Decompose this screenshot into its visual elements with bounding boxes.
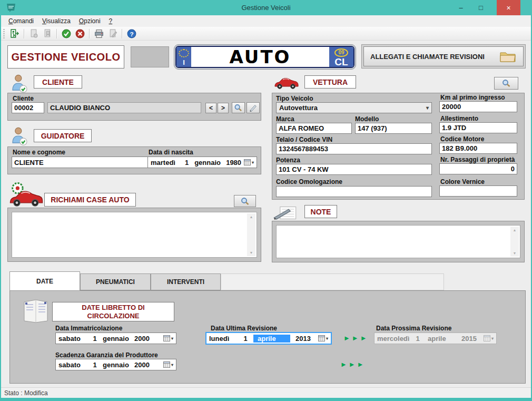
km-input[interactable] <box>439 101 517 112</box>
richiami-search-button[interactable] <box>234 195 256 207</box>
potenza-input[interactable] <box>276 164 432 175</box>
delete-record-button <box>42 28 53 40</box>
modello-input[interactable] <box>355 123 432 134</box>
scroll-up-icon[interactable]: ▲ <box>250 215 253 219</box>
confirm-icon <box>62 29 71 38</box>
colore-label: Colore Vernice <box>440 178 485 185</box>
scroll-down-icon[interactable]: ▼ <box>513 251 517 255</box>
preview-icon-disabled <box>109 29 117 38</box>
passaggi-label: Nr. Passaggi di proprietà <box>440 156 515 163</box>
immatricolazione-picker[interactable]: sabato 1 gennaio 2000 ▾ <box>55 332 176 344</box>
chevron-down-icon: ▾ <box>171 336 173 341</box>
confirm-button[interactable] <box>61 28 72 40</box>
calendar-dropdown-button[interactable]: ▾ <box>244 159 254 165</box>
cliente-next-button[interactable]: > <box>218 103 229 113</box>
modello-label: Modello <box>355 115 379 123</box>
tab-pneumatici[interactable]: PNEUMATICI <box>80 273 151 290</box>
codice-motore-input[interactable] <box>439 143 517 154</box>
omologazione-label: Codice Omologazione <box>276 178 342 185</box>
allestimento-label: Allestimento <box>440 115 478 122</box>
ultima-revisione-picker[interactable]: lunedì 1 aprile 2013 ▾ <box>205 332 332 345</box>
search-icon <box>501 79 511 87</box>
allestimento-input[interactable] <box>439 122 517 133</box>
print-button[interactable] <box>93 28 105 40</box>
vettura-car-icon <box>273 74 300 91</box>
toolbar-separator <box>89 29 90 38</box>
cliente-code-input[interactable] <box>12 102 44 113</box>
tipo-veicolo-label: Tipo Veicolo <box>276 95 313 102</box>
menu-visualizza[interactable]: Visualizza <box>38 16 75 26</box>
colore-input[interactable] <box>439 185 517 197</box>
menu-help[interactable]: ? <box>105 16 117 26</box>
chevron-down-icon: ▾ <box>326 336 328 341</box>
libretto-title: DATE LIBRETTO DI CIRCOLAZIONE <box>52 302 174 321</box>
exit-button[interactable] <box>9 28 21 40</box>
cliente-section-header: CLIENTE <box>34 75 82 89</box>
guidatore-section-header: GUIDATORE <box>34 129 92 142</box>
minimize-button[interactable]: – <box>453 2 469 14</box>
plate-text: AUTO <box>191 47 329 67</box>
calendar-dropdown-button[interactable]: ▾ <box>163 335 173 341</box>
richiami-car-icon <box>7 182 45 209</box>
svg-text:?: ? <box>130 30 133 37</box>
telaio-input[interactable] <box>276 143 432 154</box>
revision-arrows-icon: ►►► <box>340 360 366 368</box>
plate-right-band: 09 CL <box>329 47 353 67</box>
tab-date[interactable]: DATE <box>9 271 80 291</box>
window-title: Gestione Veicoli <box>0 4 532 12</box>
omologazione-input[interactable] <box>276 186 432 197</box>
tipo-veicolo-combo[interactable]: Autovettura ▾ <box>276 102 432 113</box>
toolbar-separator <box>122 29 123 38</box>
cancel-icon <box>75 29 85 38</box>
plate-country: I <box>183 58 185 66</box>
plate-province: CL <box>334 57 348 67</box>
cliente-edit-button[interactable] <box>247 102 260 113</box>
cliente-search-button[interactable] <box>232 102 245 113</box>
allegati-button[interactable]: ALLEGATI E CHIAMATE REVISIONI <box>363 46 524 66</box>
calendar-icon <box>244 159 251 165</box>
menu-comandi[interactable]: Comandi <box>4 16 38 26</box>
passaggi-input[interactable] <box>439 163 517 174</box>
richiami-scrollbar[interactable]: ▲ ▼ <box>247 213 255 256</box>
selected-month-segment[interactable]: aprile <box>253 335 290 343</box>
help-button[interactable]: ? <box>126 28 137 40</box>
calendar-dropdown-button[interactable]: ▾ <box>318 335 328 341</box>
nome-cognome-input[interactable] <box>12 157 153 168</box>
tab-interventi[interactable]: INTERVENTI <box>151 273 221 290</box>
maximize-button[interactable]: □ <box>473 2 489 14</box>
cancel-button[interactable] <box>74 28 86 40</box>
menu-opzioni[interactable]: Opzioni <box>75 16 105 26</box>
license-plate: I AUTO 09 CL <box>174 44 356 70</box>
note-scrollbar[interactable]: ▲ ▼ <box>510 227 519 257</box>
data-nascita-picker[interactable]: martedì 1 gennaio 1980 ▾ <box>147 157 257 168</box>
search-icon <box>234 104 243 112</box>
cliente-name-input[interactable] <box>47 102 201 113</box>
page-title: GESTIONE VEICOLO <box>7 45 124 69</box>
plate-left-band: I <box>176 47 191 67</box>
marca-label: Marca <box>276 115 294 123</box>
note-textarea[interactable]: ▲ ▼ <box>276 225 520 258</box>
libretto-booklet-icon <box>21 297 51 324</box>
nome-cognome-label: Nome e cognome <box>13 149 65 156</box>
prev-icon: < <box>209 104 213 112</box>
calendar-dropdown-button: ▾ <box>484 335 494 341</box>
cliente-prev-button[interactable]: < <box>205 103 216 113</box>
scroll-down-icon[interactable]: ▼ <box>250 251 253 255</box>
tab-strip-filler <box>221 273 444 290</box>
garanzia-picker[interactable]: sabato 1 gennaio 2000 ▾ <box>55 359 176 370</box>
calendar-icon <box>484 335 490 341</box>
folder-icon <box>499 50 517 63</box>
marca-input[interactable] <box>276 123 352 134</box>
richiami-textarea[interactable]: ▲ ▼ <box>12 212 257 258</box>
close-button[interactable]: × <box>497 0 520 15</box>
garanzia-label: Scadenza Garanzia del Produttore <box>55 351 158 359</box>
vettura-search-button[interactable] <box>494 77 518 90</box>
telaio-label: Telaio / Codice VIN <box>276 136 332 143</box>
scroll-up-icon[interactable]: ▲ <box>513 228 517 232</box>
guidatore-person-icon <box>8 126 29 145</box>
data-nascita-label: Data di nascita <box>149 149 193 156</box>
next-icon: > <box>221 104 225 112</box>
status-text: Stato : Modifica <box>4 389 48 397</box>
chevron-down-icon: ▾ <box>252 160 254 165</box>
calendar-dropdown-button[interactable]: ▾ <box>163 361 173 368</box>
